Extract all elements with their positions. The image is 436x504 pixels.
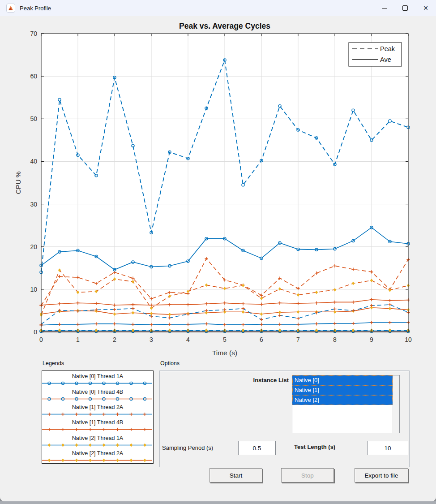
svg-text:70: 70 xyxy=(30,30,37,37)
svg-text:7: 7 xyxy=(296,336,300,343)
legends-panel: Native [0] Thread 1ANative [0] Thread 4B… xyxy=(42,370,154,464)
svg-text:2: 2 xyxy=(113,336,116,343)
instance-list-scrollbar[interactable] xyxy=(393,375,399,433)
legend-row: Native [0] Thread 4B xyxy=(42,386,153,401)
svg-text:10: 10 xyxy=(405,336,412,343)
svg-text:10: 10 xyxy=(30,286,37,293)
cpu-chart: 010203040506070012345678910Peak vs. Aver… xyxy=(0,16,436,362)
instance-list-item[interactable]: Native [0] xyxy=(292,375,393,385)
legend-row-label: Native [2] Thread 1A xyxy=(42,435,153,442)
svg-text:5: 5 xyxy=(223,336,227,343)
legend-row-line-sample xyxy=(42,426,153,432)
instance-listbox[interactable]: Native [0]Native [1]Native [2] xyxy=(292,375,400,433)
window-title: Peak Profile xyxy=(20,5,51,12)
svg-text:20: 20 xyxy=(30,243,37,250)
maximize-icon xyxy=(402,5,408,11)
legend-row-label: Native [0] Thread 4B xyxy=(42,388,153,396)
options-heading: Options xyxy=(160,360,180,366)
sampling-period-label: Sampling Period (s) xyxy=(162,444,213,451)
export-to-file-button[interactable]: Export to file xyxy=(355,468,408,482)
svg-text:1: 1 xyxy=(76,336,80,343)
maximize-button[interactable] xyxy=(395,0,415,16)
legend-row: Native [2] Thread 1A xyxy=(42,432,153,448)
svg-text:60: 60 xyxy=(30,73,37,80)
minimize-button[interactable] xyxy=(374,0,395,16)
legend-row: Native [2] Thread 2A xyxy=(42,448,153,463)
stop-button[interactable]: Stop xyxy=(281,468,334,482)
legend-row-line-sample xyxy=(42,380,153,386)
instance-list-items: Native [0]Native [1]Native [2] xyxy=(292,375,393,433)
svg-text:6: 6 xyxy=(260,336,263,343)
svg-text:3: 3 xyxy=(150,336,153,343)
svg-text:Ave: Ave xyxy=(380,56,391,63)
sampling-period-input[interactable] xyxy=(238,441,276,455)
chart-ylabel: CPU % xyxy=(14,171,22,194)
legend-row-line-sample xyxy=(42,411,153,417)
svg-text:Peak: Peak xyxy=(380,45,395,52)
chart-legend: PeakAve xyxy=(349,43,402,66)
chart-svg: 010203040506070012345678910Peak vs. Aver… xyxy=(0,16,436,362)
svg-text:40: 40 xyxy=(30,158,37,165)
svg-text:30: 30 xyxy=(30,201,37,208)
title-bar: Peak Profile ✕ xyxy=(0,0,436,16)
legend-row: Native [1] Thread 4B xyxy=(42,417,153,432)
close-button[interactable]: ✕ xyxy=(415,0,436,16)
svg-text:50: 50 xyxy=(30,115,37,122)
legend-row-label: Native [1] Thread 2A xyxy=(42,404,153,411)
legend-row-line-sample xyxy=(42,442,153,448)
chart-xlabel: Time (s) xyxy=(212,349,237,357)
legend-row-label: Native [1] Thread 4B xyxy=(42,419,153,426)
svg-text:4: 4 xyxy=(186,336,190,343)
svg-text:8: 8 xyxy=(333,336,337,343)
test-length-input[interactable] xyxy=(367,441,408,455)
legend-row: Native [0] Thread 1A xyxy=(42,371,153,386)
app-window: Peak Profile ✕ 0102030405060700123456789… xyxy=(0,0,436,501)
close-icon: ✕ xyxy=(423,4,428,12)
matlab-logo-icon xyxy=(8,5,14,11)
window-controls: ✕ xyxy=(374,0,436,16)
instance-list-item[interactable]: Native [1] xyxy=(292,385,393,395)
legend-row-line-sample xyxy=(42,457,153,463)
svg-text:0: 0 xyxy=(34,328,37,336)
test-length-label: Test Length (s) xyxy=(294,444,335,450)
legends-heading: Legends xyxy=(43,360,64,366)
minimize-icon xyxy=(382,8,387,9)
start-button[interactable]: Start xyxy=(209,468,262,482)
instance-list-item[interactable]: Native [2] xyxy=(292,395,393,405)
chart-title: Peak vs. Average Cycles xyxy=(179,22,270,30)
legend-row: Native [1] Thread 2A xyxy=(42,402,153,417)
instance-list-label: Instance List xyxy=(222,377,289,383)
legend-row-label: Native [2] Thread 2A xyxy=(42,450,153,457)
svg-text:9: 9 xyxy=(370,336,373,343)
svg-text:0: 0 xyxy=(39,336,43,343)
legend-row-label: Native [0] Thread 1A xyxy=(42,373,153,380)
legend-row-line-sample xyxy=(42,396,153,402)
matlab-app-icon xyxy=(6,4,15,13)
